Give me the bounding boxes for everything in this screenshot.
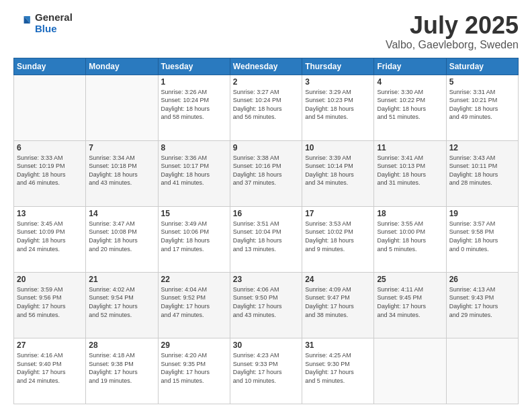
day-info: Sunrise: 3:27 AM Sunset: 10:24 PM Daylig… — [233, 88, 299, 122]
day-info: Sunrise: 4:18 AM Sunset: 9:38 PM Dayligh… — [89, 351, 154, 385]
day-info: Sunrise: 4:04 AM Sunset: 9:52 PM Dayligh… — [161, 285, 227, 319]
day-info: Sunrise: 3:47 AM Sunset: 10:08 PM Daylig… — [89, 220, 154, 253]
day-info: Sunrise: 3:36 AM Sunset: 10:17 PM Daylig… — [161, 154, 227, 187]
day-info: Sunrise: 4:16 AM Sunset: 9:40 PM Dayligh… — [17, 351, 83, 385]
col-header-sunday: Sunday — [14, 58, 86, 75]
day-number: 13 — [17, 209, 83, 218]
calendar-day-cell: 2Sunrise: 3:27 AM Sunset: 10:24 PM Dayli… — [230, 75, 302, 140]
day-number: 5 — [449, 77, 515, 87]
calendar-day-cell: 18Sunrise: 3:55 AM Sunset: 10:00 PM Dayl… — [374, 206, 446, 272]
calendar-day-cell: 11Sunrise: 3:41 AM Sunset: 10:13 PM Dayl… — [374, 140, 446, 206]
day-number: 29 — [161, 340, 227, 350]
day-info: Sunrise: 3:33 AM Sunset: 10:19 PM Daylig… — [17, 154, 83, 187]
day-number: 24 — [305, 275, 371, 284]
calendar-day-cell: 25Sunrise: 4:11 AM Sunset: 9:45 PM Dayli… — [374, 272, 446, 338]
calendar-subtitle: Valbo, Gaevleborg, Sweden — [386, 39, 519, 51]
day-number: 14 — [89, 209, 154, 218]
day-info: Sunrise: 4:11 AM Sunset: 9:45 PM Dayligh… — [377, 285, 443, 319]
col-header-tuesday: Tuesday — [158, 58, 230, 75]
col-header-friday: Friday — [374, 58, 446, 75]
calendar-day-cell: 31Sunrise: 4:25 AM Sunset: 9:30 PM Dayli… — [302, 338, 374, 404]
day-info: Sunrise: 3:53 AM Sunset: 10:02 PM Daylig… — [305, 220, 371, 253]
day-number: 22 — [161, 275, 227, 284]
day-number: 21 — [89, 275, 154, 284]
logo-icon — [13, 14, 32, 33]
calendar-day-cell: 13Sunrise: 3:45 AM Sunset: 10:09 PM Dayl… — [14, 206, 86, 272]
day-info: Sunrise: 4:25 AM Sunset: 9:30 PM Dayligh… — [305, 351, 371, 385]
day-info: Sunrise: 3:38 AM Sunset: 10:16 PM Daylig… — [233, 154, 299, 187]
day-number: 25 — [377, 275, 443, 284]
header: General Blue July 2025 Valbo, Gaevleborg… — [13, 12, 519, 51]
calendar-day-cell: 23Sunrise: 4:06 AM Sunset: 9:50 PM Dayli… — [230, 272, 302, 338]
page: General Blue July 2025 Valbo, Gaevleborg… — [0, 0, 532, 411]
day-info: Sunrise: 4:06 AM Sunset: 9:50 PM Dayligh… — [233, 285, 299, 319]
day-info: Sunrise: 4:02 AM Sunset: 9:54 PM Dayligh… — [89, 285, 154, 319]
calendar-day-cell: 6Sunrise: 3:33 AM Sunset: 10:19 PM Dayli… — [14, 140, 86, 206]
day-info: Sunrise: 3:59 AM Sunset: 9:56 PM Dayligh… — [17, 285, 83, 319]
day-info: Sunrise: 3:57 AM Sunset: 9:58 PM Dayligh… — [449, 220, 515, 253]
calendar-day-cell — [446, 338, 518, 404]
logo-text: General Blue — [35, 12, 73, 34]
calendar-day-cell: 12Sunrise: 3:43 AM Sunset: 10:11 PM Dayl… — [446, 140, 518, 206]
calendar-day-cell: 29Sunrise: 4:20 AM Sunset: 9:35 PM Dayli… — [158, 338, 230, 404]
day-number: 30 — [233, 340, 299, 350]
day-number: 17 — [305, 209, 371, 218]
calendar-day-cell: 28Sunrise: 4:18 AM Sunset: 9:38 PM Dayli… — [86, 338, 158, 404]
calendar-day-cell: 26Sunrise: 4:13 AM Sunset: 9:43 PM Dayli… — [446, 272, 518, 338]
day-number: 3 — [305, 77, 371, 87]
day-info: Sunrise: 3:41 AM Sunset: 10:13 PM Daylig… — [377, 154, 443, 187]
day-info: Sunrise: 3:34 AM Sunset: 10:18 PM Daylig… — [89, 154, 154, 187]
col-header-thursday: Thursday — [302, 58, 374, 75]
day-info: Sunrise: 4:23 AM Sunset: 9:33 PM Dayligh… — [233, 351, 299, 385]
day-number: 7 — [89, 143, 154, 152]
calendar-day-cell: 9Sunrise: 3:38 AM Sunset: 10:16 PM Dayli… — [230, 140, 302, 206]
day-number: 12 — [449, 143, 515, 152]
day-number: 27 — [17, 340, 83, 350]
calendar-table: SundayMondayTuesdayWednesdayThursdayFrid… — [13, 58, 519, 404]
day-number: 11 — [377, 143, 443, 152]
day-info: Sunrise: 3:39 AM Sunset: 10:14 PM Daylig… — [305, 154, 371, 187]
calendar-day-cell: 24Sunrise: 4:09 AM Sunset: 9:47 PM Dayli… — [302, 272, 374, 338]
calendar-day-cell: 8Sunrise: 3:36 AM Sunset: 10:17 PM Dayli… — [158, 140, 230, 206]
calendar-day-cell: 30Sunrise: 4:23 AM Sunset: 9:33 PM Dayli… — [230, 338, 302, 404]
day-info: Sunrise: 3:45 AM Sunset: 10:09 PM Daylig… — [17, 220, 83, 253]
logo-general-text: General — [35, 12, 73, 24]
calendar-week-row: 1Sunrise: 3:26 AM Sunset: 10:24 PM Dayli… — [14, 75, 519, 140]
day-number: 23 — [233, 275, 299, 284]
day-number: 16 — [233, 209, 299, 218]
day-info: Sunrise: 3:43 AM Sunset: 10:11 PM Daylig… — [449, 154, 515, 187]
calendar-day-cell: 22Sunrise: 4:04 AM Sunset: 9:52 PM Dayli… — [158, 272, 230, 338]
col-header-monday: Monday — [86, 58, 158, 75]
day-number: 15 — [161, 209, 227, 218]
calendar-day-cell: 16Sunrise: 3:51 AM Sunset: 10:04 PM Dayl… — [230, 206, 302, 272]
calendar-day-cell: 20Sunrise: 3:59 AM Sunset: 9:56 PM Dayli… — [14, 272, 86, 338]
calendar-day-cell: 5Sunrise: 3:31 AM Sunset: 10:21 PM Dayli… — [446, 75, 518, 140]
day-number: 19 — [449, 209, 515, 218]
calendar-week-row: 20Sunrise: 3:59 AM Sunset: 9:56 PM Dayli… — [14, 272, 519, 338]
calendar-day-cell: 4Sunrise: 3:30 AM Sunset: 10:22 PM Dayli… — [374, 75, 446, 140]
day-info: Sunrise: 3:29 AM Sunset: 10:23 PM Daylig… — [305, 88, 371, 122]
calendar-day-cell: 19Sunrise: 3:57 AM Sunset: 9:58 PM Dayli… — [446, 206, 518, 272]
calendar-day-cell: 21Sunrise: 4:02 AM Sunset: 9:54 PM Dayli… — [86, 272, 158, 338]
calendar-day-cell: 27Sunrise: 4:16 AM Sunset: 9:40 PM Dayli… — [14, 338, 86, 404]
day-number: 10 — [305, 143, 371, 152]
logo: General Blue — [13, 12, 73, 34]
calendar-day-cell: 17Sunrise: 3:53 AM Sunset: 10:02 PM Dayl… — [302, 206, 374, 272]
day-number: 31 — [305, 340, 371, 350]
calendar-title: July 2025 — [386, 12, 519, 39]
day-number: 9 — [233, 143, 299, 152]
day-info: Sunrise: 3:30 AM Sunset: 10:22 PM Daylig… — [377, 88, 443, 122]
col-header-saturday: Saturday — [446, 58, 518, 75]
calendar-day-cell: 15Sunrise: 3:49 AM Sunset: 10:06 PM Dayl… — [158, 206, 230, 272]
calendar-day-cell — [14, 75, 86, 140]
day-info: Sunrise: 4:20 AM Sunset: 9:35 PM Dayligh… — [161, 351, 227, 385]
calendar-day-cell: 3Sunrise: 3:29 AM Sunset: 10:23 PM Dayli… — [302, 75, 374, 140]
calendar-day-cell: 1Sunrise: 3:26 AM Sunset: 10:24 PM Dayli… — [158, 75, 230, 140]
calendar-day-cell — [86, 75, 158, 140]
logo-blue-text: Blue — [35, 24, 73, 35]
day-info: Sunrise: 3:26 AM Sunset: 10:24 PM Daylig… — [161, 88, 227, 122]
day-number: 8 — [161, 143, 227, 152]
day-info: Sunrise: 4:13 AM Sunset: 9:43 PM Dayligh… — [449, 285, 515, 319]
day-info: Sunrise: 3:55 AM Sunset: 10:00 PM Daylig… — [377, 220, 443, 253]
day-number: 4 — [377, 77, 443, 87]
